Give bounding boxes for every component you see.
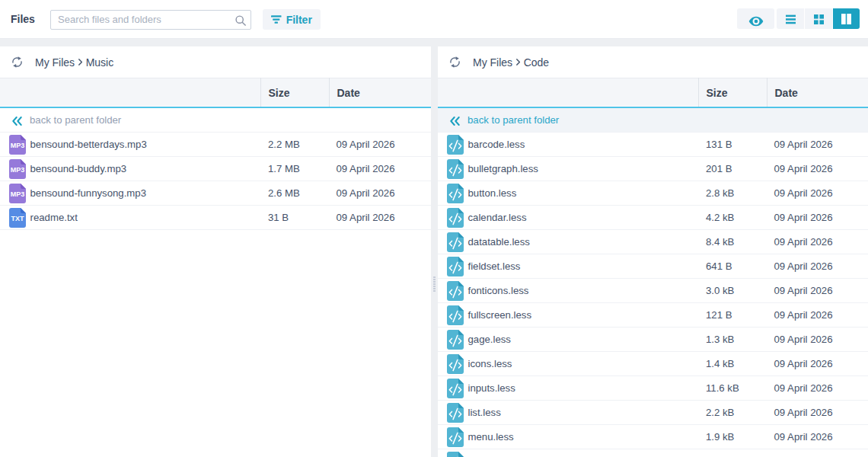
svg-text:MP3: MP3: [11, 166, 25, 174]
svg-text:MP3: MP3: [11, 142, 25, 149]
svg-text:TXT: TXT: [11, 215, 25, 222]
svg-text:MP3: MP3: [11, 190, 25, 198]
